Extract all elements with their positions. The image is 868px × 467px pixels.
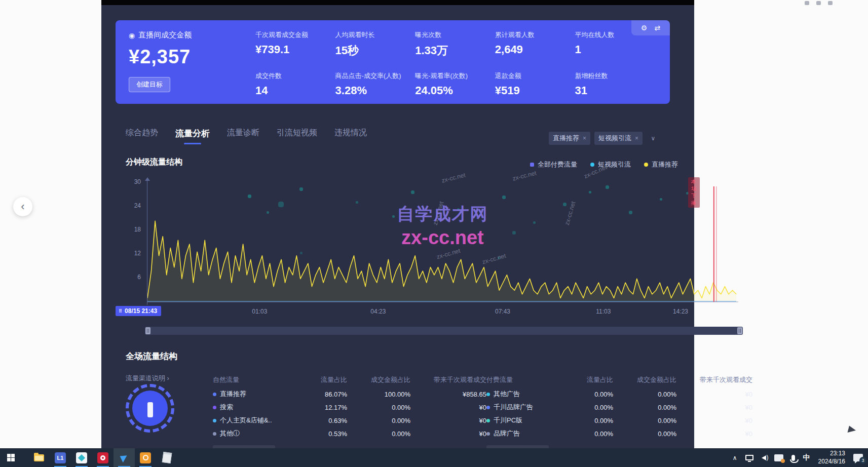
taskbar-app-red[interactable] — [92, 448, 114, 467]
channel-explain-link[interactable]: 流量渠道说明 › — [126, 374, 169, 383]
column-header: 流量占比 — [562, 375, 613, 384]
traffic-share: 0.53% — [296, 430, 347, 438]
per-thousand-gmv: ¥0 — [410, 404, 486, 411]
gmv-share: 0.00% — [613, 391, 676, 398]
back-button[interactable]: ‹ — [13, 197, 32, 216]
primary-metric-value: ¥2,357 — [129, 46, 250, 68]
tab-overall-trend[interactable]: 综合趋势 — [126, 128, 158, 144]
table-row: 直播推荐 86.07% 100.00% ¥858.65 — [213, 387, 486, 401]
gear-icon[interactable]: ⚙ — [641, 24, 648, 32]
taskbar-app-l1[interactable]: L1 — [50, 448, 71, 467]
metric-label: 成交件数 — [255, 71, 335, 81]
legend-live-recommend[interactable]: 直播推荐 — [644, 160, 678, 169]
microphone-icon[interactable] — [791, 455, 795, 461]
metric-label: 千次观看成交金额 — [255, 30, 335, 40]
tab-traffic-analysis[interactable]: 流量分析 — [175, 128, 210, 144]
window-top-bar — [101, 0, 694, 5]
scrollbar-left-handle[interactable] — [145, 327, 150, 334]
network-icon[interactable] — [745, 455, 753, 460]
metric-value: 2,649 — [495, 43, 575, 56]
channel-filter-chips: 直播推荐 × 短视频引流 × ∨ — [549, 132, 660, 145]
notification-badge: 3 — [859, 457, 866, 464]
metric-label: 累计观看人数 — [495, 30, 575, 40]
natural-traffic-table: 自然流量 流量占比 成交金额占比 带来千次观看成交 直播推荐 86.07% 10… — [213, 372, 486, 458]
player-controls[interactable] — [805, 1, 833, 5]
folder-icon — [34, 454, 44, 461]
taskbar-app-camera[interactable] — [135, 448, 156, 467]
clock[interactable]: 23:13 2024/8/16 — [818, 450, 845, 465]
close-icon[interactable]: × — [635, 135, 638, 142]
chart-legend: 全部付费流量 短视频引流 直播推荐 — [530, 160, 678, 169]
filter-chip-live-recommend[interactable]: 直播推荐 × — [549, 132, 590, 145]
screenshot-tool-icon[interactable] — [774, 454, 783, 461]
metric-value: 31 — [575, 84, 655, 97]
per-thousand-gmv: ¥0 — [676, 430, 752, 438]
player-control-icon[interactable] — [816, 1, 821, 5]
taskbar-app-teal[interactable] — [71, 448, 92, 467]
traffic-donut-chart — [126, 384, 174, 433]
traffic-share: 86.07% — [296, 391, 347, 398]
tray-date: 2024/8/16 — [818, 458, 845, 466]
table-header-row: 付费流量 流量占比 成交金额占比 带来千次观看成交 — [486, 372, 752, 387]
paid-traffic-table: 付费流量 流量占比 成交金额占比 带来千次观看成交 其他广告 0.00% 0.0… — [486, 372, 752, 458]
channel-name: 千川品牌广告 — [494, 403, 533, 412]
metric-value: 3.28% — [335, 84, 416, 97]
legend-dot — [590, 163, 594, 167]
legend-label: 直播推荐 — [652, 160, 678, 169]
chart-horizontal-scrollbar[interactable] — [145, 327, 743, 335]
notification-center[interactable]: 3 — [853, 454, 863, 461]
y-axis-tick: 6 — [122, 274, 141, 281]
start-button[interactable] — [0, 448, 21, 467]
traffic-line-chart[interactable]: zx-cc.net zx-cc.net zx-cc.net zx-cc.net … — [147, 180, 741, 305]
scrollbar-right-handle[interactable] — [737, 327, 742, 334]
close-icon[interactable]: × — [583, 135, 586, 142]
metric-value: 14 — [255, 84, 335, 97]
chip-label: 直播推荐 — [553, 134, 579, 143]
per-thousand-gmv: ¥0 — [676, 417, 752, 424]
channel-name: 个人主页&店铺&.. — [220, 416, 272, 425]
x-axis-tick: 14:23 — [673, 308, 688, 315]
legend-short-video[interactable]: 短视频引流 — [590, 160, 631, 169]
drag-grip-icon: ⠿ — [119, 308, 122, 314]
metric-value: ¥519 — [495, 84, 575, 97]
metric-value: 15秒 — [335, 43, 416, 58]
tray-time: 23:13 — [818, 450, 845, 458]
column-header: 自然流量 — [213, 375, 296, 384]
tab-short-video[interactable]: 引流短视频 — [277, 128, 317, 144]
channel-name: 搜索 — [220, 403, 233, 412]
metric-cell: 曝光次数 1.33万 — [415, 30, 495, 58]
target-icon: ◉ — [129, 31, 135, 40]
channel-dot — [213, 432, 216, 436]
swap-icon[interactable]: ⇄ — [654, 24, 660, 32]
column-header: 付费流量 — [486, 375, 562, 384]
player-control-icon[interactable] — [828, 1, 833, 5]
ime-indicator[interactable]: 中 — [803, 453, 810, 462]
create-goal-button[interactable]: 创建目标 — [129, 77, 170, 92]
gmv-banner: ◉ 直播间成交金额 ¥2,357 创建目标 千次观看成交金额 ¥739.1 人均… — [116, 20, 670, 104]
taskbar-file-explorer[interactable] — [28, 448, 50, 467]
metric-label: 曝光-观看率(次数) — [415, 71, 495, 81]
metric-cell: 曝光-观看率(次数) 24.05% — [415, 71, 495, 97]
gmv-share: 0.00% — [613, 417, 676, 424]
gmv-share: 0.00% — [347, 404, 410, 411]
legend-dot — [530, 163, 534, 167]
tray-chevron-up-icon[interactable]: ∧ — [733, 454, 737, 461]
x-axis-tick: 01:03 — [252, 308, 267, 315]
taskbar-app-pointer-active[interactable] — [114, 448, 135, 467]
table-row: 千川PC版 0.00% 0.00% ¥0 — [486, 414, 752, 427]
traffic-share: 0.63% — [296, 417, 347, 424]
metric-label: 商品点击-成交率(人数) — [335, 71, 416, 81]
legend-paid-traffic[interactable]: 全部付费流量 — [530, 160, 577, 169]
tab-traffic-diagnosis[interactable]: 流量诊断 — [227, 128, 259, 144]
legend-dot — [644, 163, 648, 167]
chevron-down-icon[interactable]: ∨ — [647, 135, 660, 142]
taskbar-app-notepad[interactable] — [156, 448, 177, 467]
traffic-share: 0.00% — [562, 417, 613, 424]
back-chevron-icon: ‹ — [21, 200, 24, 213]
filter-chip-short-video[interactable]: 短视频引流 × — [594, 132, 643, 145]
player-control-icon[interactable] — [805, 1, 809, 5]
metric-value: 1 — [575, 43, 655, 56]
channel-dot — [213, 419, 216, 422]
speaker-icon[interactable] — [762, 455, 766, 460]
tab-violations[interactable]: 违规情况 — [334, 128, 367, 144]
